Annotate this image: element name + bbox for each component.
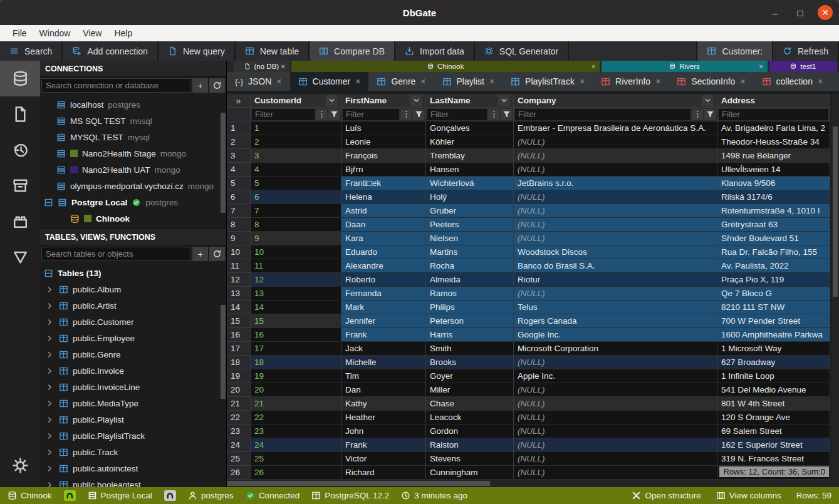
column-header-customerid[interactable]: CustomerId (251, 94, 341, 108)
table-item-public-playlisttrack[interactable]: public.PlaylistTrack (40, 428, 226, 444)
cell-firstname[interactable]: Heather (341, 411, 426, 424)
cell-customerid[interactable]: 20 (251, 383, 341, 397)
close-tab-icon[interactable]: × (655, 76, 660, 86)
row-number[interactable]: 7 (227, 204, 251, 218)
cell-customerid[interactable]: 5 (251, 177, 341, 190)
connections-search-input[interactable] (41, 78, 191, 93)
cell-customerid[interactable]: 12 (251, 273, 341, 287)
row-number[interactable]: 26 (227, 466, 251, 480)
row-number[interactable]: 10 (227, 245, 251, 259)
tables-scrollbar-thumb[interactable] (221, 305, 226, 399)
cell-company[interactable]: JetBrains s.r.o. (514, 177, 717, 190)
cell-company[interactable]: (NULL) (514, 287, 717, 301)
filter-funnel-button[interactable] (501, 109, 512, 120)
connection-item-chinook[interactable]: Chinook (40, 210, 226, 227)
cell-firstname[interactable]: François (341, 149, 426, 163)
cell-address[interactable]: Sřnder Boulevard 51 (717, 232, 830, 245)
new-query-button[interactable]: New query (159, 41, 234, 61)
cell-firstname[interactable]: Jennifer (341, 314, 426, 328)
row-number[interactable]: 17 (227, 342, 251, 356)
cell-company[interactable]: Riotur (514, 273, 717, 287)
tab-playlist[interactable]: Playlist× (434, 72, 503, 91)
column-header-firstname[interactable]: FirstName (341, 94, 426, 108)
horizontal-scrollbar[interactable] (227, 480, 839, 487)
connection-item-olympus-medportal-vychozi-cz[interactable]: olympus-medportal.vychozi.czmongo (40, 178, 226, 194)
filter-menu-button[interactable] (692, 109, 703, 120)
row-number[interactable]: 24 (227, 438, 251, 452)
table-item-public-album[interactable]: public.Album (40, 281, 226, 297)
table-item-public-invoice[interactable]: public.Invoice (40, 363, 226, 379)
sidebar-connections-button[interactable] (0, 61, 40, 96)
table-item-public-autoinctest[interactable]: public.autoinctest (40, 460, 226, 476)
row-number[interactable]: 18 (227, 356, 251, 369)
vertical-scrollbar[interactable] (831, 94, 839, 480)
close-tab-icon[interactable]: × (420, 76, 425, 86)
row-number[interactable]: 9 (227, 232, 251, 245)
cell-address[interactable]: 700 W Pender Street (717, 314, 830, 328)
cell-firstname[interactable]: Roberto (341, 273, 426, 287)
cell-lastname[interactable]: Smith (426, 342, 514, 356)
sidebar-settings-button[interactable] (0, 448, 40, 483)
row-number[interactable]: 25 (227, 452, 251, 466)
filter-funnel-button[interactable] (413, 109, 424, 120)
cell-address[interactable]: Rotenturmstraße 4, 1010 I (717, 204, 830, 218)
status-view-columns[interactable]: View columns (716, 491, 781, 500)
close-tab-icon[interactable]: × (740, 76, 745, 86)
cell-address[interactable]: 1 Infinite Loop (717, 369, 830, 383)
table-item-public-artist[interactable]: public.Artist (40, 297, 226, 314)
filter-menu-button[interactable] (316, 109, 327, 120)
cell-customerid[interactable]: 13 (251, 287, 341, 301)
cell-company[interactable]: (NULL) (514, 204, 717, 218)
filter-menu-button[interactable] (400, 109, 412, 120)
cell-lastname[interactable]: Peterson (426, 314, 514, 328)
tab-playlisttrack[interactable]: PlaylistTrack× (503, 72, 593, 91)
column-header-address[interactable]: Address (717, 94, 830, 108)
column-menu-button[interactable] (410, 95, 422, 106)
tables-search-input[interactable] (41, 247, 191, 261)
tab-customer[interactable]: Customer× (290, 72, 369, 91)
filter-input-company[interactable] (515, 109, 690, 120)
cell-firstname[interactable]: Kathy (341, 397, 426, 411)
tab-riverinfo[interactable]: RiverInfo× (593, 72, 669, 91)
cell-lastname[interactable]: Leacock (426, 411, 514, 424)
cell-lastname[interactable]: Gonçalves (426, 121, 514, 135)
cell-lastname[interactable]: Nielsen (426, 232, 514, 245)
cell-company[interactable]: Woodstock Discos (514, 245, 717, 259)
close-tab-icon[interactable]: × (759, 63, 763, 70)
cell-address[interactable]: Klanova 9/506 (717, 177, 830, 190)
row-number[interactable]: 20 (227, 383, 251, 397)
connection-item-ms-sql-test[interactable]: MS SQL TESTmssql (40, 113, 226, 129)
row-number[interactable]: 22 (227, 411, 251, 424)
close-tab-icon[interactable]: × (276, 76, 281, 86)
cell-address[interactable]: 541 Del Medio Avenue (717, 383, 830, 397)
cell-company[interactable]: Rogers Canada (514, 314, 717, 328)
import-data-button[interactable]: Import data (395, 41, 474, 61)
cell-firstname[interactable]: Eduardo (341, 245, 426, 259)
row-number[interactable]: 8 (227, 218, 251, 232)
column-header-lastname[interactable]: LastName (426, 94, 514, 108)
cell-address[interactable]: Praça Pio X, 119 (717, 273, 830, 287)
row-number[interactable]: 11 (227, 259, 251, 273)
cell-lastname[interactable]: Gordon (426, 424, 514, 438)
filter-input-lastname[interactable] (427, 109, 487, 120)
cell-lastname[interactable]: Ramos (426, 287, 514, 301)
tables-group[interactable]: Tables (13) (40, 265, 226, 281)
cell-customerid[interactable]: 24 (251, 438, 341, 452)
row-number[interactable]: 19 (227, 369, 251, 383)
cell-address[interactable]: UllevÍlsveien 14 (717, 163, 830, 177)
cell-company[interactable]: (NULL) (514, 356, 717, 369)
cell-address[interactable]: 120 S Orange Ave (717, 411, 830, 424)
cell-company[interactable]: Telus (514, 301, 717, 314)
cell-firstname[interactable]: Astrid (341, 204, 426, 218)
cell-address[interactable]: 319 N. Frances Street (717, 452, 830, 466)
row-number[interactable]: 5 (227, 177, 251, 190)
cell-customerid[interactable]: 19 (251, 369, 341, 383)
cell-firstname[interactable]: Luís (341, 121, 426, 135)
filter-input-address[interactable] (719, 109, 828, 120)
cell-company[interactable]: (NULL) (514, 190, 717, 204)
row-number[interactable]: 13 (227, 287, 251, 301)
table-item-public-mediatype[interactable]: public.MediaType (40, 395, 226, 411)
cell-company[interactable]: Embraer - Empresa Brasileira de Aeronáut… (514, 121, 717, 135)
cell-lastname[interactable]: Peeters (426, 218, 514, 232)
cell-lastname[interactable]: Rocha (426, 259, 514, 273)
